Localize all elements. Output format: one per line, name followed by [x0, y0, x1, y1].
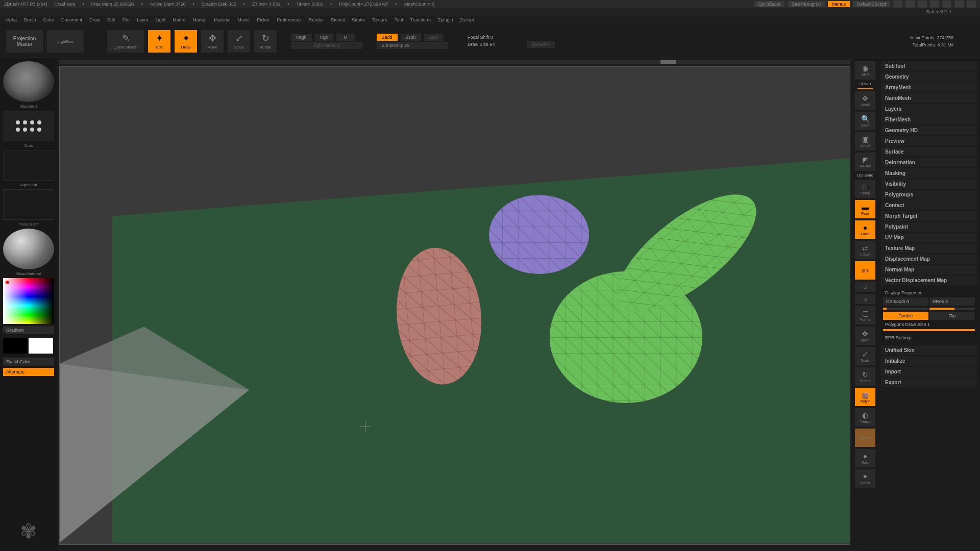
axis-1[interactable]: ○ — [855, 282, 875, 292]
double-button[interactable]: Double — [883, 312, 928, 320]
panel-polygroups[interactable]: Polygroups — [881, 190, 977, 199]
menu-stroke[interactable]: Stroke — [352, 17, 365, 22]
panel-layers[interactable]: Layers — [881, 104, 977, 114]
solo-button[interactable]: ●Solo — [855, 449, 875, 467]
stroke-preview[interactable] — [3, 111, 54, 141]
move-nav-button[interactable]: ✥Move — [855, 327, 875, 345]
panel-nanomesh[interactable]: NanoMesh — [881, 93, 977, 103]
alpha-slot[interactable] — [3, 150, 54, 181]
aahalf-button[interactable]: ◩AAHalf — [855, 153, 875, 171]
xpose-button[interactable]: ✦Xpose — [855, 469, 875, 488]
panel-morphtarget[interactable]: Morph Target — [881, 211, 977, 221]
panel-unifiedskin[interactable]: Unified Skin — [881, 345, 977, 355]
menu-texture[interactable]: Texture — [372, 17, 387, 22]
polydrawsize-label[interactable]: Polygons Draw Size 1 — [883, 321, 975, 328]
z-intensity-slider[interactable]: Z Intensity 25 — [377, 42, 448, 49]
rgb-intensity-slider[interactable]: Rgb Intensity — [291, 42, 362, 49]
zadd-button[interactable]: Zadd — [377, 34, 398, 41]
projection-master-button[interactable]: Projection Master — [6, 30, 43, 53]
scroll-button[interactable]: ✥Scroll — [855, 91, 875, 110]
rotate-nav-button[interactable]: ↻Rotate — [855, 367, 875, 386]
mrgb-button[interactable]: Mrgb — [291, 34, 312, 41]
persp-button[interactable]: ▦Persp — [855, 180, 875, 198]
actual-button[interactable]: ▣Actual — [855, 132, 875, 151]
zcut-button[interactable]: Zcut — [424, 34, 444, 41]
local-button[interactable]: ●Local — [855, 220, 875, 239]
frame-button[interactable]: ▢Frame — [855, 306, 875, 324]
menu-render[interactable]: Render — [309, 17, 324, 22]
menu-document[interactable]: Document — [61, 17, 82, 22]
menu-movie[interactable]: Movie — [237, 17, 250, 22]
panel-arraymesh[interactable]: ArrayMesh — [881, 83, 977, 92]
menu-picker[interactable]: Picker — [257, 17, 270, 22]
material-preview[interactable] — [3, 229, 54, 269]
menu-zplugin[interactable]: Zplugin — [438, 17, 453, 22]
axis-2[interactable]: ○ — [855, 294, 875, 304]
alternate-button[interactable]: Alternate — [3, 368, 54, 376]
rgb-button[interactable]: Rgb — [315, 34, 334, 41]
seethrough-button[interactable]: See-through 0 — [788, 1, 825, 7]
flip-button[interactable]: Flip — [929, 312, 975, 320]
minimize-icon[interactable] — [942, 1, 951, 8]
panel-geometry[interactable]: Geometry — [881, 72, 977, 82]
bpr-settings-header[interactable]: BPR Settings — [883, 334, 975, 341]
switchcolor-button[interactable]: SwitchColor — [3, 358, 54, 366]
menu-tool[interactable]: Tool — [395, 17, 403, 22]
scale-nav-button[interactable]: ⤢Scale — [855, 347, 875, 365]
panel-subtool[interactable]: SubTool — [881, 61, 977, 71]
menu-draw[interactable]: Draw — [89, 17, 100, 22]
panel-displacementmap[interactable]: Displacement Map — [881, 254, 977, 264]
script-button[interactable]: DefaultZScript — [853, 1, 890, 7]
panel-fibermesh[interactable]: FiberMesh — [881, 115, 977, 124]
draw-size-label[interactable]: Draw Size 64 — [468, 42, 524, 47]
move-button[interactable]: ✥Move — [201, 30, 224, 53]
quicksketch-button[interactable]: ✎ Quick Sketch — [107, 30, 144, 53]
menu-color[interactable]: Color — [43, 17, 55, 22]
xyz-button[interactable]: (X)Z — [855, 261, 875, 280]
gradient-button[interactable]: Gradient — [3, 326, 54, 334]
win-icon-1[interactable] — [893, 1, 902, 8]
dres-slider[interactable]: DRes 3 — [929, 297, 975, 306]
menu-transform[interactable]: Transform — [410, 17, 431, 22]
menu-marker[interactable]: Marker — [192, 17, 207, 22]
menus-button[interactable]: Menus — [828, 1, 850, 7]
menu-light[interactable]: Light — [156, 17, 166, 22]
maximize-icon[interactable] — [954, 1, 964, 8]
panel-import[interactable]: Import — [881, 367, 977, 377]
draw-button[interactable]: ✦Draw — [175, 30, 197, 53]
panel-polypaint[interactable]: Polypaint — [881, 222, 977, 232]
rotate-button[interactable]: ↻Rotate — [254, 30, 277, 53]
secondary-color-swatch[interactable] — [3, 338, 28, 354]
panel-contact[interactable]: Contact — [881, 201, 977, 210]
win-icon-2[interactable] — [905, 1, 915, 8]
panel-vectordispmap[interactable]: Vector Displacement Map — [881, 276, 977, 285]
lsym-button[interactable]: ⇄L.Sym — [855, 241, 875, 259]
scale-button[interactable]: ⤢Scale — [228, 30, 250, 53]
m-button[interactable]: M — [336, 34, 355, 41]
panel-texturemap[interactable]: Texture Map — [881, 243, 977, 253]
ghost-button[interactable]: Ghost — [855, 429, 875, 447]
menu-file[interactable]: File — [122, 17, 130, 22]
focal-shift-label[interactable]: Focal Shift 0 — [468, 35, 524, 40]
display-properties-header[interactable]: Display Properties — [883, 289, 975, 296]
menu-layer[interactable]: Layer — [137, 17, 149, 22]
panel-geometryhd[interactable]: Geometry HD — [881, 126, 977, 135]
win-icon-3[interactable] — [918, 1, 927, 8]
panel-visibility[interactable]: Visibility — [881, 179, 977, 189]
win-icon-4[interactable] — [930, 1, 939, 8]
dsmooth-slider[interactable]: DSmooth 0 — [883, 297, 928, 306]
viewport[interactable] — [59, 66, 850, 545]
menu-edit[interactable]: Edit — [107, 17, 115, 22]
brush-preview[interactable] — [3, 61, 54, 102]
edit-button[interactable]: ✦Edit — [148, 30, 170, 53]
panel-uvmap[interactable]: UV Map — [881, 233, 977, 242]
texture-slot[interactable] — [3, 189, 54, 220]
menu-brush[interactable]: Brush — [24, 17, 36, 22]
panel-export[interactable]: Export — [881, 378, 977, 387]
panel-initialize[interactable]: Initialize — [881, 356, 977, 366]
color-picker[interactable] — [3, 278, 54, 324]
quicksave-button[interactable]: QuickSave — [754, 1, 785, 7]
menu-material[interactable]: Material — [214, 17, 230, 22]
dynamic-button[interactable]: Dynamic — [527, 41, 555, 48]
lightbox-button[interactable]: LightBox — [47, 30, 84, 53]
